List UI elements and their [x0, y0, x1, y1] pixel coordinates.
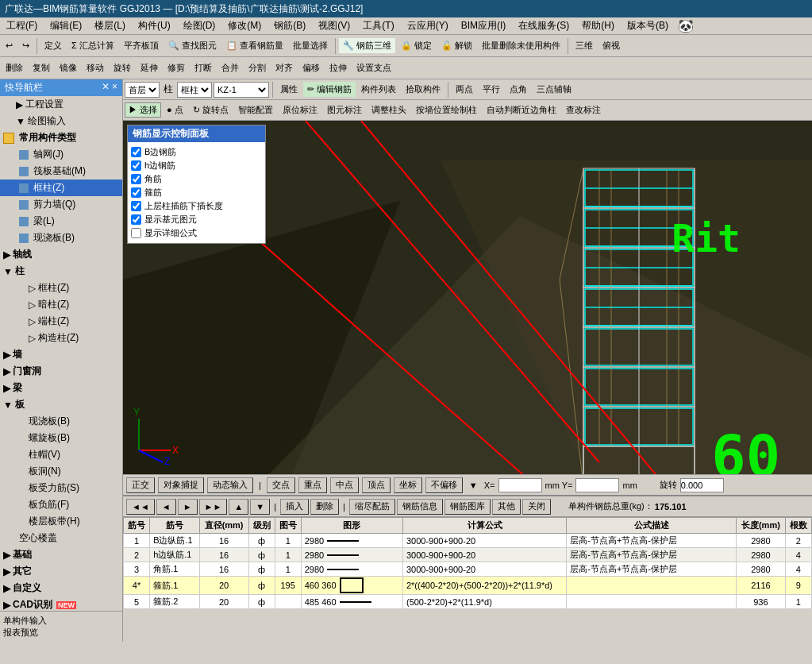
- menu-file[interactable]: 工程(F): [0, 17, 44, 34]
- menu-view[interactable]: 视图(V): [312, 17, 356, 34]
- nav-other[interactable]: ▶ 其它: [0, 563, 122, 580]
- edit-rebar-btn[interactable]: ✏ 编辑钢筋: [303, 82, 356, 97]
- comp-type-select[interactable]: 框柱: [177, 82, 212, 98]
- top-view-button[interactable]: 俯视: [598, 38, 624, 53]
- nav-raft[interactable]: 筏板基础(M): [0, 163, 122, 180]
- nav-col-struct[interactable]: ▷ 构造柱(Z): [0, 330, 122, 346]
- comp-list-btn[interactable]: 构件列表: [357, 82, 400, 97]
- select-btn[interactable]: ▶ 选择: [125, 102, 161, 118]
- nav-header-close[interactable]: ✕ ×: [102, 81, 117, 95]
- nav-hollow[interactable]: 空心楼盖: [0, 530, 122, 546]
- nav-column[interactable]: ▼ 柱: [0, 263, 122, 280]
- table-row[interactable]: 2 h边纵筋.1 16 ф 1 2980 3000-900+900-20 层高-…: [124, 548, 812, 562]
- menu-help[interactable]: 帮助(H): [575, 17, 621, 34]
- rebar-check-detail[interactable]: 显示详细公式: [131, 226, 262, 240]
- report-preview[interactable]: 报表预览: [3, 627, 119, 639]
- nav-axis[interactable]: ▶ 轴线: [0, 246, 122, 263]
- close-btn[interactable]: 关闭: [522, 499, 551, 515]
- mirror-button[interactable]: 镜像: [56, 60, 81, 75]
- 3d-button[interactable]: 三维: [571, 38, 597, 53]
- batch-delete-button[interactable]: 批量删除未使用构件: [478, 38, 564, 53]
- split-button[interactable]: 分割: [244, 60, 270, 75]
- menu-floor[interactable]: 楼层(L): [88, 17, 132, 34]
- rebar-check-insert[interactable]: 上层柱插筋下插长度: [131, 199, 262, 213]
- three-point-btn[interactable]: 三点辅轴: [533, 82, 575, 97]
- align-floor-button[interactable]: 平齐板顶: [120, 38, 163, 53]
- nav-common-types[interactable]: 常用构件类型: [0, 129, 122, 146]
- nav-spiral-slab[interactable]: 螺旋板(B): [0, 430, 122, 446]
- rebar-3d-button[interactable]: 🔧 钢筋三维: [339, 38, 395, 53]
- viewport[interactable]: Rit 60 2*((400- 钢筋显示控制面板 B边钢筋 h边钢筋 角筋 箍筋…: [123, 121, 812, 474]
- two-point-btn[interactable]: 两点: [452, 82, 477, 97]
- prev-btn[interactable]: ◄: [156, 499, 176, 515]
- mid-point-btn[interactable]: 中点: [330, 477, 359, 493]
- nav-custom[interactable]: ▶ 自定义: [0, 580, 122, 596]
- nav-slab2[interactable]: ▼ 板: [0, 396, 122, 413]
- parallel-btn[interactable]: 平行: [479, 82, 504, 97]
- rebar-check-corner[interactable]: 角筋: [131, 172, 262, 186]
- nav-wall[interactable]: ▶ 墙: [0, 346, 122, 363]
- del-button[interactable]: 删除: [2, 60, 27, 75]
- x-input[interactable]: [498, 478, 542, 492]
- rebar-check-b[interactable]: B边钢筋: [131, 145, 262, 159]
- menu-cloud[interactable]: 云应用(Y): [401, 17, 455, 34]
- nav-col-frame[interactable]: ▷ 框柱(Z): [0, 280, 122, 296]
- place-col-wall-btn[interactable]: 按墙位置绘制柱: [412, 102, 481, 118]
- comp-id-select[interactable]: KZ-1: [214, 82, 269, 98]
- redo-button[interactable]: ↪: [18, 39, 33, 52]
- nav-shear-wall[interactable]: 剪力墙(Q): [0, 196, 122, 213]
- rebar-lib-btn[interactable]: 钢筋图库: [444, 499, 491, 515]
- align-button[interactable]: 对齐: [271, 60, 297, 75]
- nav-door-win[interactable]: ▶ 门窗洞: [0, 363, 122, 380]
- compact-rebar-btn[interactable]: 缩尽配筋: [349, 499, 395, 515]
- extend-button[interactable]: 延伸: [137, 60, 162, 75]
- menu-edit[interactable]: 编辑(E): [44, 17, 88, 34]
- undo-button[interactable]: ↩: [2, 39, 17, 52]
- offset-button[interactable]: 偏移: [298, 60, 324, 75]
- nav-foundation[interactable]: ▶ 基础: [0, 546, 122, 563]
- rotate-button[interactable]: 旋转: [110, 60, 135, 75]
- elem-label-btn[interactable]: 图元标注: [323, 102, 366, 118]
- nav-beam2[interactable]: ▶ 梁: [0, 380, 122, 396]
- view-rebar-button[interactable]: 📋 查看钢筋量: [222, 38, 287, 53]
- set-pivot-button[interactable]: 设置支点: [352, 60, 395, 75]
- nav-floor-band[interactable]: 楼层板带(H): [0, 513, 122, 530]
- point-draw-btn[interactable]: ● 点: [163, 102, 187, 118]
- nav-slab[interactable]: 现浇板(B): [0, 230, 122, 246]
- menu-draw[interactable]: 绘图(D): [177, 17, 222, 34]
- dynamic-input-btn[interactable]: 动态输入: [207, 477, 253, 493]
- lock-button[interactable]: 🔒 锁定: [397, 38, 436, 53]
- pick-comp-btn[interactable]: 拾取构件: [402, 82, 444, 97]
- menu-rebar[interactable]: 钢筋(B): [267, 17, 312, 34]
- table-row[interactable]: 5 箍筋.2 20 ф 485 460 (500-2*20)+2*(11.9*d…: [124, 595, 812, 609]
- trim-button[interactable]: 修剪: [164, 60, 189, 75]
- nav-slab-hole[interactable]: 板洞(N): [0, 463, 122, 480]
- summary-button[interactable]: Σ 汇总计算: [67, 38, 118, 53]
- table-container[interactable]: 筋号 筋号 直径(mm) 级别 图号 图形 计算公式 公式描述 长度(mm) 根…: [123, 517, 812, 640]
- ortho-btn[interactable]: 正交: [126, 477, 155, 493]
- table-row[interactable]: 1 B边纵筋.1 16 ф 1 2980 3000-900+900-20 层高-…: [124, 534, 812, 548]
- menu-tool[interactable]: 工具(T): [356, 17, 400, 34]
- merge-button[interactable]: 合并: [217, 60, 243, 75]
- insert-btn[interactable]: 插入: [280, 499, 309, 515]
- up-btn[interactable]: ▲: [229, 499, 248, 515]
- check-label-btn[interactable]: 查改标注: [562, 102, 605, 118]
- rotate-point-btn[interactable]: ↻ 旋转点: [189, 102, 233, 118]
- property-btn[interactable]: 属性: [276, 82, 302, 97]
- y-input[interactable]: [575, 478, 619, 492]
- define-button[interactable]: 定义: [40, 38, 66, 53]
- no-offset-btn[interactable]: 不偏移: [425, 477, 463, 493]
- nav-cast-slab[interactable]: 现浇板(B): [0, 413, 122, 430]
- intersection-btn[interactable]: 交点: [267, 477, 295, 493]
- table-row[interactable]: 3 角筋.1 16 ф 1 2980 3000-900+900-20 层高-节点…: [124, 562, 812, 577]
- adjust-col-head-btn[interactable]: 调整柱头: [368, 102, 410, 118]
- point-angle-btn[interactable]: 点角: [506, 82, 531, 97]
- menu-bim[interactable]: BIM应用(I): [455, 17, 513, 34]
- stretch-button[interactable]: 拉伸: [325, 60, 351, 75]
- menu-comp[interactable]: 构件(U): [132, 17, 177, 34]
- nav-slab-rebar[interactable]: 板受力筋(S): [0, 480, 122, 496]
- nav-col-cap[interactable]: 柱帽(V): [0, 446, 122, 463]
- rotation-input[interactable]: [680, 478, 724, 492]
- copy-button[interactable]: 复制: [29, 60, 54, 75]
- break-button[interactable]: 打断: [190, 60, 216, 75]
